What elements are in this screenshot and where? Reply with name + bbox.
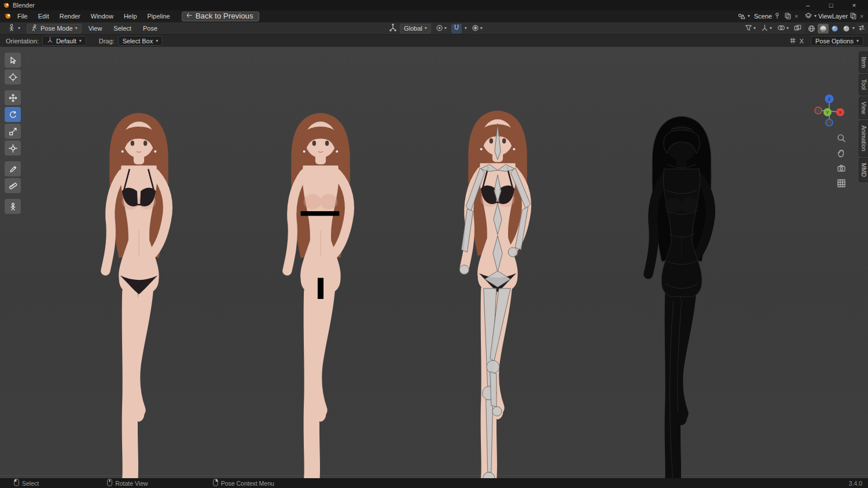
statusbar: Select Rotate View Pose Context Menu 3.4… xyxy=(0,478,868,488)
tab-animation[interactable]: Animation xyxy=(859,120,868,156)
character-model-armature[interactable] xyxy=(431,102,565,478)
proportional-chevron-icon: ▾ xyxy=(480,26,483,31)
character-model-censored[interactable] xyxy=(253,105,388,478)
scene-browse-chevron-icon[interactable]: ▾ xyxy=(748,14,750,19)
blender-window: Blender – □ × File Edit Render Window He… xyxy=(0,0,868,488)
transform-orientation-icon[interactable] xyxy=(389,24,397,33)
zoom-icon[interactable] xyxy=(837,134,846,144)
menu-pipeline[interactable]: Pipeline xyxy=(143,12,175,21)
clear-tool-button[interactable]: X xyxy=(800,38,804,45)
statusbar-rotate-hint: Rotate View xyxy=(107,479,148,487)
shading-chevron-icon[interactable]: ▾ xyxy=(852,26,855,31)
snap-toggle[interactable] xyxy=(451,24,462,34)
blender-menu-icon[interactable] xyxy=(3,12,12,21)
shading-wireframe-button[interactable] xyxy=(806,24,817,34)
mouse-middle-icon xyxy=(107,479,112,487)
editor-type-selector[interactable]: ▾ xyxy=(3,24,24,34)
drag-mode-value: Select Box xyxy=(123,38,153,45)
keymap-icon[interactable] xyxy=(789,37,796,45)
gizmos-dropdown[interactable]: ▾ xyxy=(759,24,774,34)
pose-options-dropdown[interactable]: Pose Options ▾ xyxy=(811,36,863,46)
character-model-wireframe[interactable] xyxy=(615,108,749,478)
pose-mode-icon xyxy=(31,24,38,33)
scene-browse-icon[interactable] xyxy=(737,12,746,21)
cursor-tool[interactable] xyxy=(5,69,21,84)
shading-rendered-button[interactable] xyxy=(841,24,852,34)
select-box-tool[interactable] xyxy=(5,53,21,68)
rotate-tool[interactable] xyxy=(5,107,21,122)
orientation-default-value: Default xyxy=(56,38,76,45)
menu-edit[interactable]: Edit xyxy=(34,12,54,21)
pan-hand-icon[interactable] xyxy=(837,149,846,159)
navigation-gizmo[interactable]: Z X Y xyxy=(811,93,847,130)
annotate-tool[interactable] xyxy=(5,161,21,176)
menu-window[interactable]: Window xyxy=(86,12,118,21)
new-viewlayer-icon[interactable] xyxy=(849,12,857,21)
tool-settings-right: X Pose Options ▾ xyxy=(789,36,863,46)
xray-toggle[interactable] xyxy=(792,24,803,34)
shading-solid-button[interactable] xyxy=(818,24,829,34)
menu-view[interactable]: View xyxy=(84,24,107,33)
menu-select[interactable]: Select xyxy=(109,24,136,33)
proportional-editing-dropdown[interactable]: ▾ xyxy=(470,24,484,34)
menu-file[interactable]: File xyxy=(13,12,32,21)
back-to-previous-button[interactable]: Back to Previous xyxy=(182,12,259,21)
move-tool[interactable] xyxy=(5,90,21,105)
svg-text:X: X xyxy=(838,110,842,115)
pivot-chevron-icon: ▾ xyxy=(444,26,447,31)
overlays-dropdown[interactable]: ▾ xyxy=(775,24,790,34)
tab-tool[interactable]: Tool xyxy=(859,74,868,95)
gizmo-axis-x-negative xyxy=(815,107,822,114)
orientation-settings-label: Orientation: xyxy=(6,38,39,45)
mouse-right-icon xyxy=(213,479,218,487)
orientation-value: Global xyxy=(404,25,422,32)
viewport-3d[interactable]: Z X Y Item xyxy=(0,47,868,478)
mode-dropdown[interactable]: Pose Mode ▾ xyxy=(27,24,82,34)
camera-view-icon[interactable] xyxy=(837,164,846,174)
character-model-textured[interactable] xyxy=(72,105,206,478)
menu-render[interactable]: Render xyxy=(55,12,85,21)
tab-view[interactable]: View xyxy=(859,97,868,120)
drag-mode-dropdown[interactable]: Select Box ▾ xyxy=(118,36,163,46)
pivot-point-dropdown[interactable]: ▾ xyxy=(434,24,448,34)
orientation-default-chevron-icon: ▾ xyxy=(79,39,82,43)
scene-name: Scene xyxy=(754,13,772,20)
workspace-sync-icon[interactable] xyxy=(858,24,866,32)
viewlayer-browse-chevron-icon[interactable]: ▾ xyxy=(814,14,816,19)
close-button[interactable]: × xyxy=(843,0,866,10)
back-arrow-icon xyxy=(186,12,193,20)
tab-mmd[interactable]: MMD xyxy=(859,158,868,182)
pivot-point-icon xyxy=(436,24,443,33)
shading-mode-group: ▾ xyxy=(805,23,856,34)
blender-logo-icon xyxy=(2,1,10,10)
measure-tool[interactable] xyxy=(5,178,21,193)
maximize-button[interactable]: □ xyxy=(819,0,843,10)
menu-help[interactable]: Help xyxy=(119,12,142,21)
tab-item[interactable]: Item xyxy=(859,51,868,73)
scale-tool[interactable] xyxy=(5,124,21,139)
editor-type-chevron-icon: ▾ xyxy=(18,26,20,31)
editor-type-icon xyxy=(8,24,16,33)
viewport-display-controls: ▾ ▾ ▾ xyxy=(743,23,866,34)
object-visibility-dropdown[interactable]: ▾ xyxy=(743,24,757,34)
toggle-grid-icon[interactable] xyxy=(837,179,846,189)
pose-breakdowner-tool[interactable] xyxy=(5,199,21,214)
orientation-default-dropdown[interactable]: Default ▾ xyxy=(42,36,86,46)
scene-datablock[interactable]: Scene xyxy=(752,12,782,21)
visibility-chevron-icon: ▾ xyxy=(753,26,756,31)
pose-options-chevron-icon: ▾ xyxy=(856,39,859,43)
svg-text:Y: Y xyxy=(826,110,829,115)
transform-orientation-dropdown[interactable]: Global ▾ xyxy=(400,24,431,34)
snap-settings-chevron-icon[interactable]: ▾ xyxy=(465,26,467,31)
transform-controls: Global ▾ ▾ ▾ ▾ xyxy=(389,23,484,34)
menu-pose[interactable]: Pose xyxy=(138,24,162,33)
viewlayer-icon[interactable] xyxy=(804,12,812,21)
transform-tool[interactable] xyxy=(5,141,21,156)
pose-options-label: Pose Options xyxy=(815,38,854,45)
shading-material-button[interactable] xyxy=(829,24,840,34)
pin-icon[interactable] xyxy=(774,12,780,20)
remove-viewlayer-button[interactable]: × xyxy=(859,13,865,20)
new-scene-icon[interactable] xyxy=(784,12,792,21)
unlink-scene-button[interactable]: × xyxy=(793,13,799,20)
minimize-button[interactable]: – xyxy=(796,0,819,10)
